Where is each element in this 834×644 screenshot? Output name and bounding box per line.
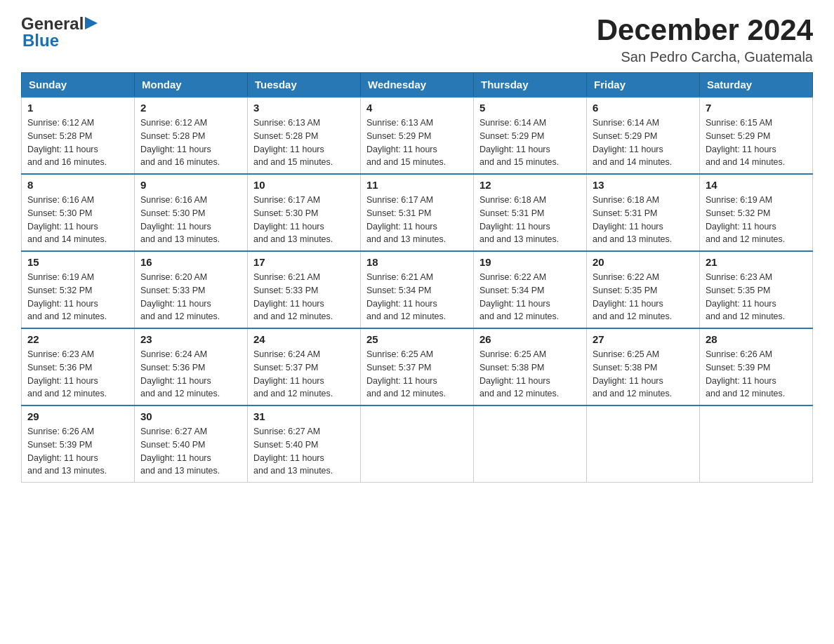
day-info: Sunrise: 6:15 AMSunset: 5:29 PMDaylight:… [706, 118, 785, 167]
day-number: 30 [140, 410, 241, 422]
day-info: Sunrise: 6:22 AMSunset: 5:34 PMDaylight:… [479, 272, 559, 321]
calendar-cell: 21 Sunrise: 6:23 AMSunset: 5:35 PMDaylig… [700, 251, 813, 328]
calendar-cell: 26 Sunrise: 6:25 AMSunset: 5:38 PMDaylig… [474, 328, 587, 405]
calendar-cell [361, 405, 474, 483]
calendar-cell: 16 Sunrise: 6:20 AMSunset: 5:33 PMDaylig… [135, 251, 248, 328]
calendar-cell: 3 Sunrise: 6:13 AMSunset: 5:28 PMDayligh… [248, 97, 361, 174]
day-number: 23 [140, 333, 241, 345]
day-number: 3 [253, 102, 355, 114]
day-number: 16 [140, 256, 241, 268]
day-number: 5 [479, 102, 581, 114]
day-number: 4 [366, 102, 468, 114]
day-info: Sunrise: 6:14 AMSunset: 5:29 PMDaylight:… [593, 118, 672, 167]
day-info: Sunrise: 6:16 AMSunset: 5:30 PMDaylight:… [27, 195, 107, 244]
day-number: 26 [479, 333, 581, 345]
day-number: 29 [27, 410, 128, 422]
day-info: Sunrise: 6:12 AMSunset: 5:28 PMDaylight:… [27, 118, 107, 167]
day-info: Sunrise: 6:25 AMSunset: 5:38 PMDaylight:… [479, 349, 559, 398]
weekday-header-friday: Friday [587, 73, 700, 98]
calendar-cell: 24 Sunrise: 6:24 AMSunset: 5:37 PMDaylig… [248, 328, 361, 405]
day-number: 1 [27, 102, 128, 114]
calendar-cell [474, 405, 587, 483]
day-info: Sunrise: 6:19 AMSunset: 5:32 PMDaylight:… [27, 272, 107, 321]
day-info: Sunrise: 6:19 AMSunset: 5:32 PMDaylight:… [706, 195, 785, 244]
calendar-cell: 7 Sunrise: 6:15 AMSunset: 5:29 PMDayligh… [700, 97, 813, 174]
day-number: 14 [706, 179, 807, 191]
calendar-subtitle: San Pedro Carcha, Guatemala [597, 49, 813, 65]
calendar-cell [700, 405, 813, 483]
weekday-header-tuesday: Tuesday [248, 73, 361, 98]
day-number: 24 [253, 333, 355, 345]
calendar-cell: 15 Sunrise: 6:19 AMSunset: 5:32 PMDaylig… [22, 251, 135, 328]
calendar-cell: 20 Sunrise: 6:22 AMSunset: 5:35 PMDaylig… [587, 251, 700, 328]
day-number: 15 [27, 256, 128, 268]
day-number: 7 [706, 102, 807, 114]
page-header: General Blue December 2024 San Pedro Car… [21, 14, 813, 65]
calendar-week-row: 22 Sunrise: 6:23 AMSunset: 5:36 PMDaylig… [22, 328, 813, 405]
day-info: Sunrise: 6:17 AMSunset: 5:30 PMDaylight:… [253, 195, 333, 244]
day-number: 2 [140, 102, 241, 114]
calendar-header: SundayMondayTuesdayWednesdayThursdayFrid… [22, 73, 813, 98]
day-number: 12 [479, 179, 581, 191]
calendar-week-row: 1 Sunrise: 6:12 AMSunset: 5:28 PMDayligh… [22, 97, 813, 174]
calendar-cell: 10 Sunrise: 6:17 AMSunset: 5:30 PMDaylig… [248, 174, 361, 251]
day-info: Sunrise: 6:25 AMSunset: 5:37 PMDaylight:… [366, 349, 446, 398]
day-info: Sunrise: 6:26 AMSunset: 5:39 PMDaylight:… [27, 427, 107, 476]
weekday-header-wednesday: Wednesday [361, 73, 474, 98]
calendar-cell: 27 Sunrise: 6:25 AMSunset: 5:38 PMDaylig… [587, 328, 700, 405]
calendar-week-row: 15 Sunrise: 6:19 AMSunset: 5:32 PMDaylig… [22, 251, 813, 328]
day-number: 13 [593, 179, 694, 191]
day-info: Sunrise: 6:23 AMSunset: 5:36 PMDaylight:… [27, 349, 107, 398]
weekday-header-sunday: Sunday [22, 73, 135, 98]
calendar-title: December 2024 [597, 14, 813, 46]
day-number: 31 [253, 410, 355, 422]
calendar-cell: 5 Sunrise: 6:14 AMSunset: 5:29 PMDayligh… [474, 97, 587, 174]
calendar-cell: 31 Sunrise: 6:27 AMSunset: 5:40 PMDaylig… [248, 405, 361, 483]
day-info: Sunrise: 6:26 AMSunset: 5:39 PMDaylight:… [706, 349, 785, 398]
day-number: 27 [593, 333, 694, 345]
day-info: Sunrise: 6:17 AMSunset: 5:31 PMDaylight:… [366, 195, 446, 244]
svg-marker-0 [85, 17, 98, 29]
calendar-cell: 2 Sunrise: 6:12 AMSunset: 5:28 PMDayligh… [135, 97, 248, 174]
day-info: Sunrise: 6:18 AMSunset: 5:31 PMDaylight:… [479, 195, 559, 244]
calendar-week-row: 8 Sunrise: 6:16 AMSunset: 5:30 PMDayligh… [22, 174, 813, 251]
day-info: Sunrise: 6:14 AMSunset: 5:29 PMDaylight:… [479, 118, 559, 167]
day-number: 21 [706, 256, 807, 268]
calendar-body: 1 Sunrise: 6:12 AMSunset: 5:28 PMDayligh… [22, 97, 813, 483]
day-number: 28 [706, 333, 807, 345]
calendar-cell: 8 Sunrise: 6:16 AMSunset: 5:30 PMDayligh… [22, 174, 135, 251]
day-number: 22 [27, 333, 128, 345]
day-info: Sunrise: 6:24 AMSunset: 5:37 PMDaylight:… [253, 349, 333, 398]
logo-arrow-icon [85, 15, 98, 31]
logo-blue-text: Blue [22, 31, 59, 51]
title-block: December 2024 San Pedro Carcha, Guatemal… [597, 14, 813, 65]
calendar-cell: 29 Sunrise: 6:26 AMSunset: 5:39 PMDaylig… [22, 405, 135, 483]
day-number: 6 [593, 102, 694, 114]
weekday-header-thursday: Thursday [474, 73, 587, 98]
calendar-cell: 11 Sunrise: 6:17 AMSunset: 5:31 PMDaylig… [361, 174, 474, 251]
day-number: 11 [366, 179, 468, 191]
day-info: Sunrise: 6:25 AMSunset: 5:38 PMDaylight:… [593, 349, 672, 398]
calendar-cell: 1 Sunrise: 6:12 AMSunset: 5:28 PMDayligh… [22, 97, 135, 174]
calendar-cell: 30 Sunrise: 6:27 AMSunset: 5:40 PMDaylig… [135, 405, 248, 483]
calendar-cell: 4 Sunrise: 6:13 AMSunset: 5:29 PMDayligh… [361, 97, 474, 174]
calendar-cell: 14 Sunrise: 6:19 AMSunset: 5:32 PMDaylig… [700, 174, 813, 251]
day-info: Sunrise: 6:27 AMSunset: 5:40 PMDaylight:… [140, 427, 220, 476]
calendar-table: SundayMondayTuesdayWednesdayThursdayFrid… [21, 72, 813, 483]
day-number: 20 [593, 256, 694, 268]
day-info: Sunrise: 6:21 AMSunset: 5:34 PMDaylight:… [366, 272, 446, 321]
calendar-cell [587, 405, 700, 483]
calendar-cell: 17 Sunrise: 6:21 AMSunset: 5:33 PMDaylig… [248, 251, 361, 328]
day-info: Sunrise: 6:13 AMSunset: 5:28 PMDaylight:… [253, 118, 333, 167]
day-info: Sunrise: 6:22 AMSunset: 5:35 PMDaylight:… [593, 272, 672, 321]
calendar-cell: 25 Sunrise: 6:25 AMSunset: 5:37 PMDaylig… [361, 328, 474, 405]
calendar-cell: 22 Sunrise: 6:23 AMSunset: 5:36 PMDaylig… [22, 328, 135, 405]
day-info: Sunrise: 6:27 AMSunset: 5:40 PMDaylight:… [253, 427, 333, 476]
calendar-cell: 28 Sunrise: 6:26 AMSunset: 5:39 PMDaylig… [700, 328, 813, 405]
day-number: 18 [366, 256, 468, 268]
day-info: Sunrise: 6:18 AMSunset: 5:31 PMDaylight:… [593, 195, 672, 244]
calendar-cell: 9 Sunrise: 6:16 AMSunset: 5:30 PMDayligh… [135, 174, 248, 251]
day-number: 8 [27, 179, 128, 191]
day-info: Sunrise: 6:16 AMSunset: 5:30 PMDaylight:… [140, 195, 220, 244]
calendar-cell: 19 Sunrise: 6:22 AMSunset: 5:34 PMDaylig… [474, 251, 587, 328]
